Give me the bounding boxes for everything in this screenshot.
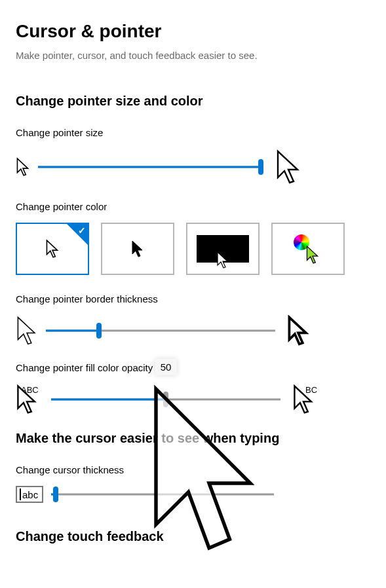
page-title: Cursor & pointer — [16, 21, 370, 42]
pointer-transparent-icon: BC — [292, 384, 322, 415]
color-option-inverted[interactable] — [186, 223, 260, 275]
section-touch: Change touch feedback — [16, 529, 370, 544]
color-option-white[interactable]: ✓ — [16, 223, 89, 275]
label-pointer-color: Change pointer color — [16, 201, 370, 212]
page-subtitle: Make pointer, cursor, and touch feedback… — [16, 50, 370, 61]
pointer-thin-border-icon — [16, 315, 38, 346]
text-caret-icon — [20, 488, 21, 500]
pointer-color-options: ✓ — [16, 223, 370, 275]
section-cursor: Make the cursor easier to see when typin… — [16, 431, 370, 446]
checkmark-icon: ✓ — [78, 225, 86, 236]
abc-sample-text: abc — [22, 489, 38, 500]
pointer-small-icon — [16, 157, 30, 177]
section-size-color: Change pointer size and color — [16, 94, 370, 109]
color-option-black[interactable] — [101, 223, 174, 275]
label-pointer-size: Change pointer size — [16, 127, 370, 138]
label-cursor-thickness: Change cursor thickness — [16, 464, 370, 475]
pointer-large-icon — [275, 149, 301, 185]
pointer-size-slider[interactable] — [38, 159, 261, 175]
pointer-thick-border-icon — [287, 315, 309, 346]
cursor-thickness-slider[interactable] — [51, 487, 274, 502]
label-fill-opacity: Change pointer fill color opacity — [16, 362, 370, 373]
cursor-thickness-preview: abc — [16, 486, 43, 503]
border-thickness-slider[interactable] — [46, 323, 275, 339]
pointer-opaque-icon: ABC — [16, 384, 43, 415]
opacity-tooltip: 50 — [155, 359, 177, 375]
fill-opacity-slider[interactable]: 50 — [51, 392, 280, 407]
color-option-custom[interactable] — [271, 223, 345, 275]
label-border-thickness: Change pointer border thickness — [16, 293, 370, 304]
